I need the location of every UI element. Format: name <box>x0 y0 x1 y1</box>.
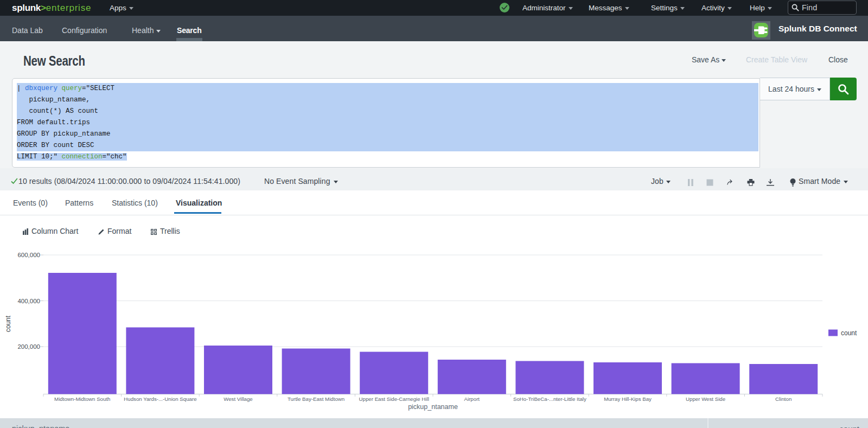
svg-text:Midtown-Midtown South: Midtown-Midtown South <box>54 396 110 402</box>
svg-text:Upper East Side-Carnegie Hill: Upper East Side-Carnegie Hill <box>359 396 429 402</box>
svg-text:600,000: 600,000 <box>17 252 40 258</box>
svg-text:pickup_ntaname: pickup_ntaname <box>408 403 458 411</box>
svg-text:Airport: Airport <box>464 396 480 402</box>
svg-text:Hudson Yards-...-Union Square: Hudson Yards-...-Union Square <box>124 396 196 402</box>
svg-text:Turtle Bay-East Midtown: Turtle Bay-East Midtown <box>288 396 344 402</box>
svg-text:count: count <box>841 329 857 337</box>
svg-text:count: count <box>4 315 12 332</box>
svg-text:SoHo-TriBeCa-...nter-Little It: SoHo-TriBeCa-...nter-Little Italy <box>513 396 586 402</box>
svg-text:400,000: 400,000 <box>17 298 40 304</box>
svg-text:West Village: West Village <box>224 396 253 402</box>
svg-text:Clinton: Clinton <box>775 396 792 402</box>
svg-text:Upper West Side: Upper West Side <box>686 396 725 402</box>
svg-text:Murray Hill-Kips Bay: Murray Hill-Kips Bay <box>604 396 652 402</box>
svg-text:200,000: 200,000 <box>17 343 40 350</box>
